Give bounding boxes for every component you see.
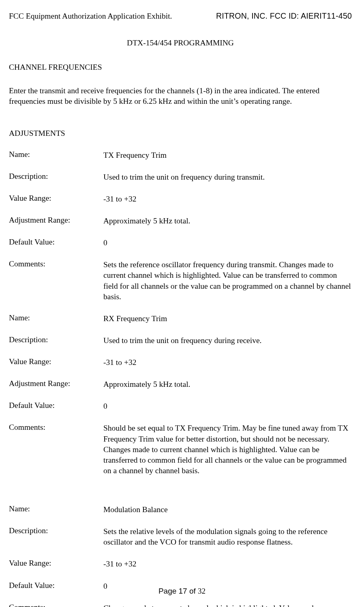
field-label-value-range: Value Range:: [9, 194, 103, 203]
field-label-description: Description:: [9, 526, 103, 535]
field-label-default-value: Default Value:: [9, 401, 103, 410]
field-value-value-range: -31 to +32: [103, 357, 352, 368]
field-label-adjustment-range: Adjustment Range:: [9, 379, 103, 388]
header-right-text: RITRON, INC. FCC ID: AIERIT11-450: [216, 11, 352, 21]
adjustments-heading: ADJUSTMENTS: [9, 129, 352, 138]
field-value-comments: Should be set equal to TX Frequency Trim…: [103, 423, 352, 476]
field-value-description: Used to trim the unit on frequency durin…: [103, 172, 352, 182]
field-label-name: Name:: [9, 504, 103, 513]
field-row-name: Name: TX Frequency Trim: [9, 150, 352, 161]
field-value-default-value: 0: [103, 401, 352, 412]
field-row-adjustment-range: Adjustment Range: Approximately 5 kHz to…: [9, 216, 352, 226]
field-value-adjustment-range: Approximately 5 kHz total.: [103, 216, 352, 226]
field-row-description: Description: Used to trim the unit on fr…: [9, 172, 352, 182]
field-label-comments: Comments:: [9, 260, 103, 268]
field-label-description: Description:: [9, 335, 103, 344]
field-row-adjustment-range: Adjustment Range: Approximately 5 kHz to…: [9, 379, 352, 390]
channel-frequencies-intro: Enter the transmit and receive frequenci…: [9, 86, 352, 107]
field-value-name: RX Frequency Trim: [103, 313, 352, 324]
field-row-default-value: Default Value: 0: [9, 238, 352, 248]
field-value-description: Used to trim the unit on frequency durin…: [103, 335, 352, 346]
footer-page-prefix: Page 17 of: [158, 587, 198, 595]
field-value-comments: Changes made to current channel which is…: [103, 603, 352, 607]
field-label-name: Name:: [9, 150, 103, 159]
field-row-default-value: Default Value: 0: [9, 401, 352, 412]
field-value-value-range: -31 to +32: [103, 559, 352, 569]
page-footer: Page 17 of 32: [0, 587, 364, 596]
field-value-default-value: 0: [103, 238, 352, 248]
field-value-comments: Sets the reference oscillator frequency …: [103, 260, 352, 302]
document-header: FCC Equipment Authorization Application …: [9, 11, 352, 21]
document-title: DTX-154/454 PROGRAMMING: [9, 39, 352, 47]
field-label-value-range: Value Range:: [9, 559, 103, 568]
footer-page-total: 32: [198, 587, 206, 595]
field-row-value-range: Value Range: -31 to +32: [9, 559, 352, 569]
field-row-description: Description: Used to trim the unit on fr…: [9, 335, 352, 346]
field-row-comments: Comments: Sets the reference oscillator …: [9, 260, 352, 302]
field-row-description: Description: Sets the relative levels of…: [9, 526, 352, 547]
field-row-comments: Comments: Should be set equal to TX Freq…: [9, 423, 352, 476]
header-left-text: FCC Equipment Authorization Application …: [9, 12, 172, 21]
field-label-comments: Comments:: [9, 603, 103, 607]
field-row-name: Name: RX Frequency Trim: [9, 313, 352, 324]
field-row-value-range: Value Range: -31 to +32: [9, 357, 352, 368]
field-label-name: Name:: [9, 313, 103, 322]
field-value-value-range: -31 to +32: [103, 194, 352, 204]
field-label-comments: Comments:: [9, 423, 103, 432]
field-value-name: TX Frequency Trim: [103, 150, 352, 161]
field-label-value-range: Value Range:: [9, 357, 103, 366]
field-value-adjustment-range: Approximately 5 kHz total.: [103, 379, 352, 390]
field-label-default-value: Default Value:: [9, 238, 103, 247]
field-label-description: Description:: [9, 172, 103, 181]
field-value-name: Modulation Balance: [103, 504, 352, 515]
field-label-adjustment-range: Adjustment Range:: [9, 216, 103, 225]
channel-frequencies-heading: CHANNEL FREQUENCIES: [9, 63, 352, 72]
field-row-comments: Comments: Changes made to current channe…: [9, 603, 352, 607]
field-row-value-range: Value Range: -31 to +32: [9, 194, 352, 204]
field-value-description: Sets the relative levels of the modulati…: [103, 526, 352, 547]
field-row-name: Name: Modulation Balance: [9, 504, 352, 515]
